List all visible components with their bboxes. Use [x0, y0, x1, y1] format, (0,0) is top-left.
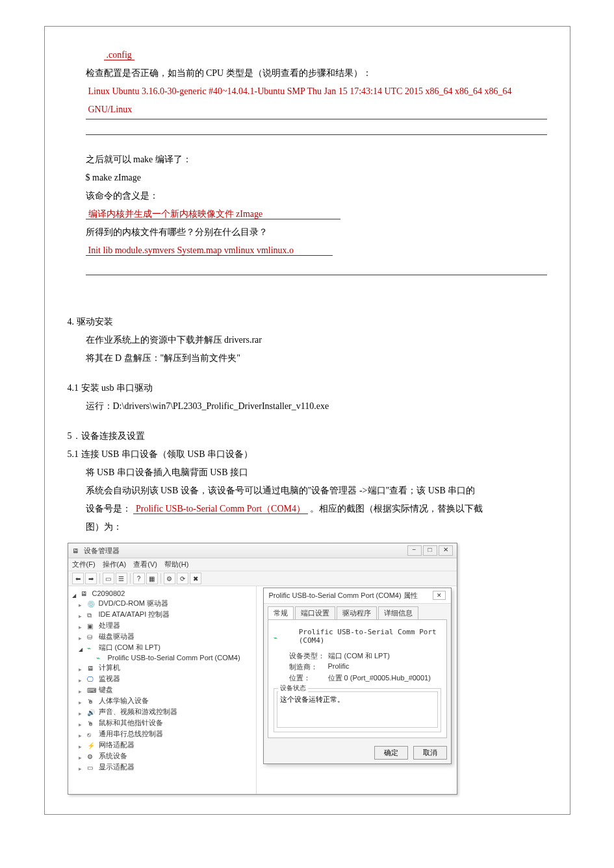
menu-view[interactable]: 查看(V) — [133, 560, 157, 568]
tree-item-label: DVD/CD-ROM 驱动器 — [99, 599, 169, 608]
minimize-button[interactable]: − — [407, 545, 422, 556]
dialog-close-button[interactable]: ✕ — [433, 591, 446, 600]
tree-item[interactable]: 监视器 — [70, 673, 255, 684]
blank-underline — [86, 262, 547, 275]
label-device-type: 设备类型： — [289, 651, 328, 661]
tree-item[interactable]: 人体学输入设备 — [70, 695, 255, 706]
toolbar-button[interactable]: ☰ — [116, 573, 127, 584]
properties-dialog: Prolific USB-to-Serial Comm Port (COM4) … — [263, 588, 452, 764]
cancel-button[interactable]: 取消 — [413, 746, 447, 760]
device-status-textarea — [277, 691, 438, 728]
tree-item-label: 磁盘驱动器 — [99, 632, 134, 641]
expand-icon — [79, 742, 84, 748]
dialog-buttons: 确定 取消 — [264, 742, 451, 763]
ok-button[interactable]: 确定 — [374, 746, 408, 760]
tree-item-label: 处理器 — [99, 621, 120, 630]
toolbar-forward-button[interactable]: ➡ — [85, 573, 97, 584]
tree-item[interactable]: 网络适配器 — [70, 739, 255, 750]
tree-port-device-label: Prolific USB-to-Serial Comm Port (COM4) — [108, 654, 240, 662]
tree-item[interactable]: 磁盘驱动器 — [70, 631, 255, 642]
sys-icon — [87, 752, 96, 760]
document-page: .config 检查配置是否正确，如当前的 CPU 类型是（说明查看的步骤和结果… — [44, 26, 570, 815]
value-manufacturer: Prolific — [328, 662, 350, 672]
disp-icon — [87, 763, 96, 771]
section-5-1-line1: 将 USB 串口设备插入电脑背面 USB 接口 — [86, 464, 547, 482]
cpu-icon — [87, 622, 96, 630]
toolbar-button[interactable]: ▭ — [103, 573, 114, 584]
toolbar-button[interactable]: ⟳ — [177, 573, 188, 584]
tree-item-label: 系统设备 — [99, 751, 127, 761]
answer-kernel-files-text: Init lib module.symvers System.map vmlin… — [86, 245, 333, 256]
tree-item-label: 通用串行总线控制器 — [99, 729, 163, 739]
tree-item-label: 显示适配器 — [99, 762, 134, 772]
dialog-body: Prolific USB-to-Serial Comm Port (COM4) … — [268, 619, 447, 738]
tree-item-label: 声音、视频和游戏控制器 — [99, 707, 177, 717]
tree-item[interactable]: 处理器 — [70, 620, 255, 631]
menu-help[interactable]: 帮助(H) — [164, 560, 188, 568]
device-number-suffix: 。相应的截图（根据实际情况，替换以下截 — [310, 504, 483, 514]
tree-item-label: 监视器 — [99, 674, 120, 684]
tree-item[interactable]: 声音、视频和游戏控制器 — [70, 706, 255, 717]
maximize-button[interactable]: □ — [423, 545, 437, 556]
expand-icon — [79, 731, 84, 737]
disk-icon — [87, 633, 96, 641]
tab-details[interactable]: 详细信息 — [378, 606, 418, 619]
question-kernel-files: 所得到的内核文件有哪些？分别在什么目录？ — [86, 223, 547, 242]
snd-icon — [87, 708, 96, 716]
tree-port-device[interactable]: Prolific USB-to-Serial Comm Port (COM4) — [70, 653, 255, 662]
toolbar-button[interactable]: ▦ — [146, 573, 158, 584]
tree-item-label: 人体学输入设备 — [99, 696, 149, 706]
disc-icon — [87, 600, 96, 608]
usb-icon — [87, 730, 96, 738]
menu-action[interactable]: 操作(A) — [103, 560, 127, 568]
tree-item-label: 计算机 — [99, 663, 120, 673]
tree-item[interactable]: 键盘 — [70, 684, 255, 695]
tree-item[interactable]: IDE ATA/ATAPI 控制器 — [70, 609, 255, 620]
text-after-make: 之后就可以 make 编译了： — [86, 151, 547, 169]
expand-icon — [79, 645, 84, 651]
toolbar-button[interactable]: ⚙ — [164, 573, 175, 584]
toolbar-back-button[interactable]: ⬅ — [72, 573, 84, 584]
section-5-1-line2b: 设备号是： Prolific USB-to-Serial Comm Port（C… — [86, 500, 547, 518]
label-manufacturer: 制造商： — [289, 662, 328, 672]
device-name-text: Prolific USB-to-Serial Comm Port (COM4) — [299, 628, 441, 645]
tab-general[interactable]: 常规 — [268, 606, 294, 619]
tree-root-label: C2090802 — [92, 589, 125, 597]
expand-icon — [79, 634, 84, 639]
toolbar-button[interactable]: ? — [133, 573, 145, 584]
tree-ports-group[interactable]: 端口 (COM 和 LPT) — [70, 642, 255, 653]
tab-port-settings[interactable]: 端口设置 — [295, 606, 335, 619]
expand-icon — [79, 612, 84, 617]
tree-item[interactable]: 鼠标和其他指针设备 — [70, 717, 255, 728]
section-4-1-line1: 运行：D:\drivers\win7\PL2303_Prolific_Drive… — [86, 397, 547, 415]
tree-item[interactable]: DVD/CD-ROM 驱动器 — [70, 598, 255, 609]
close-button[interactable]: ✕ — [439, 545, 453, 556]
tree-ports-label: 端口 (COM 和 LPT) — [99, 643, 160, 652]
menu-file[interactable]: 文件(F) — [72, 560, 96, 568]
dialog-tabs: 常规 端口设置 驱动程序 详细信息 — [264, 604, 451, 619]
tree-item[interactable]: 计算机 — [70, 662, 255, 673]
tree-item[interactable]: 通用串行总线控制器 — [70, 728, 255, 739]
prop-row-type: 设备类型：端口 (COM 和 LPT) — [289, 651, 441, 661]
answer-make-meaning: 编译内核并生成一个新内核映像文件 zImage — [86, 205, 547, 223]
tree-item-label: 网络适配器 — [99, 740, 134, 750]
device-number-label: 设备号是： — [86, 504, 131, 514]
port-icon — [87, 644, 96, 652]
expand-icon — [72, 591, 78, 597]
value-device-type: 端口 (COM 和 LPT) — [328, 651, 390, 661]
answer-config: .config — [104, 46, 547, 64]
expand-icon — [79, 665, 84, 671]
section-4-heading: 4. 驱动安装 — [68, 313, 547, 331]
answer-uname: Linux Ubuntu 3.16.0-30-generic #40~14.04… — [86, 82, 547, 119]
section-4-line2: 将其在 D 盘解压："解压到当前文件夹" — [86, 349, 547, 367]
titlebar: 设备管理器 − □ ✕ — [68, 543, 457, 558]
tab-driver[interactable]: 驱动程序 — [337, 606, 377, 619]
tree-root[interactable]: C2090802 — [70, 589, 255, 598]
tree-item-label: 鼠标和其他指针设备 — [99, 718, 163, 728]
tree-item[interactable]: 系统设备 — [70, 750, 255, 762]
mouse-icon — [87, 719, 96, 727]
net-icon — [87, 741, 96, 749]
tree-item[interactable]: 显示适配器 — [70, 762, 255, 773]
toolbar-button[interactable]: ✖ — [190, 573, 201, 584]
tree-item-label: IDE ATA/ATAPI 控制器 — [99, 610, 170, 619]
